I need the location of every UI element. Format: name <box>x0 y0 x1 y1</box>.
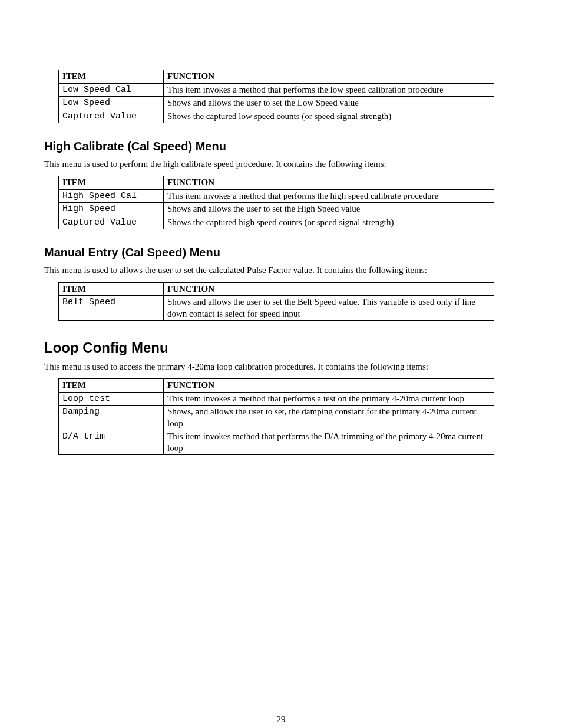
table-header-function: FUNCTION <box>164 176 494 190</box>
table-row: High Speed Shows and allows the user to … <box>59 203 494 216</box>
manual-entry-intro: This menu is used to allows the user to … <box>44 264 518 276</box>
table-row: Belt Speed Shows and allows the user to … <box>59 296 494 321</box>
table-row: Low Speed Shows and allows the user to s… <box>59 97 494 110</box>
function-cell: This item invokes method that performs t… <box>164 430 494 455</box>
table-header-function: FUNCTION <box>164 282 494 296</box>
item-cell: Low Speed <box>59 97 164 110</box>
table-header-function: FUNCTION <box>164 379 494 393</box>
table-row: D/A trim This item invokes method that p… <box>59 430 494 455</box>
table-row: Damping Shows, and allows the user to se… <box>59 406 494 430</box>
page-number: 29 <box>44 714 518 724</box>
high-calibrate-table: ITEM FUNCTION High Speed Cal This item i… <box>58 176 494 229</box>
item-cell: Captured Value <box>59 216 164 229</box>
high-calibrate-heading: High Calibrate (Cal Speed) Menu <box>44 140 518 153</box>
table-row: Captured Value Shows the captured high s… <box>59 216 494 229</box>
table-row: High Speed Cal This item invokes a metho… <box>59 189 494 203</box>
table-row: Loop test This item invokes a method tha… <box>59 392 494 406</box>
function-cell: This item invokes a method that performs… <box>164 392 494 406</box>
function-cell: Shows and allows the user to set the Hig… <box>164 203 494 216</box>
table-header-item: ITEM <box>59 176 164 190</box>
function-cell: This item invokes a method that performs… <box>164 189 494 203</box>
loop-config-table: ITEM FUNCTION Loop test This item invoke… <box>58 378 494 455</box>
manual-entry-table: ITEM FUNCTION Belt Speed Shows and allow… <box>58 282 494 321</box>
item-cell: Loop test <box>59 392 164 406</box>
function-cell: Shows and allows the user to set the Bel… <box>164 296 494 321</box>
item-cell: Low Speed Cal <box>59 83 164 97</box>
loop-config-heading: Loop Config Menu <box>44 340 518 356</box>
function-cell: Shows the captured low speed counts (or … <box>164 110 494 123</box>
item-cell: Damping <box>59 406 164 430</box>
function-cell: This item invokes a method that performs… <box>164 83 494 97</box>
item-cell: Belt Speed <box>59 296 164 321</box>
table-row: Low Speed Cal This item invokes a method… <box>59 83 494 97</box>
manual-entry-heading: Manual Entry (Cal Speed) Menu <box>44 246 518 259</box>
function-cell: Shows, and allows the user to set, the d… <box>164 406 494 430</box>
high-calibrate-intro: This menu is used to perform the high ca… <box>44 158 518 170</box>
table-header-function: FUNCTION <box>164 70 494 84</box>
function-cell: Shows and allows the user to set the Low… <box>164 97 494 110</box>
table-row: Captured Value Shows the captured low sp… <box>59 110 494 123</box>
table-header-item: ITEM <box>59 70 164 84</box>
low-calibrate-table: ITEM FUNCTION Low Speed Cal This item in… <box>58 70 494 123</box>
function-cell: Shows the captured high speed counts (or… <box>164 216 494 229</box>
table-header-item: ITEM <box>59 379 164 393</box>
item-cell: Captured Value <box>59 110 164 123</box>
item-cell: High Speed <box>59 203 164 216</box>
item-cell: D/A trim <box>59 430 164 455</box>
loop-config-intro: This menu is used to access the primary … <box>44 361 518 373</box>
item-cell: High Speed Cal <box>59 189 164 203</box>
table-header-item: ITEM <box>59 282 164 296</box>
